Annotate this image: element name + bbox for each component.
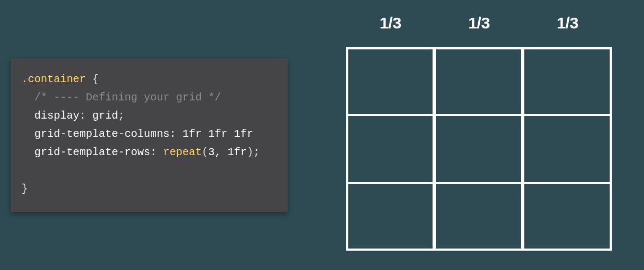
grid-cell — [346, 115, 435, 183]
grid-cell — [435, 47, 523, 115]
slide-wrap: .container { /* ---- Defining your grid … — [0, 0, 644, 270]
code-token: grid-template-columns — [21, 128, 170, 140]
code-token: ; — [118, 110, 125, 122]
grid-cell — [435, 183, 523, 251]
code-token: display — [21, 110, 79, 122]
code-token: : — [79, 110, 92, 122]
code-line: .container { — [21, 70, 277, 89]
code-token: .container — [21, 73, 86, 85]
code-token — [21, 164, 28, 177]
code-token: : — [150, 146, 163, 158]
grid-cell — [346, 47, 435, 115]
grid-visualization — [346, 47, 612, 251]
column-labels-row: 1/31/31/3 — [346, 14, 612, 32]
code-line — [21, 162, 277, 180]
code-token: repeat — [163, 146, 202, 158]
code-token: ( — [202, 146, 208, 158]
code-token: /* ---- Defining your grid */ — [21, 91, 221, 104]
column-label: 1/3 — [346, 14, 435, 32]
grid-diagram-wrap: 1/31/31/3 — [346, 14, 612, 257]
code-token: 1fr 1fr 1fr — [182, 128, 253, 140]
code-token: : — [170, 128, 182, 140]
code-token: 3, 1fr — [208, 146, 247, 158]
code-token: ); — [247, 146, 260, 158]
code-line: } — [21, 180, 277, 198]
code-line: grid-template-columns: 1fr 1fr 1fr — [21, 125, 277, 143]
code-line: /* ---- Defining your grid */ — [21, 89, 277, 107]
column-label: 1/3 — [523, 14, 612, 32]
grid-cell — [346, 183, 435, 251]
code-line: grid-template-rows: repeat(3, 1fr); — [21, 143, 277, 162]
code-token: } — [21, 183, 28, 195]
code-snippet: .container { /* ---- Defining your grid … — [11, 59, 288, 212]
code-token: grid-template-rows — [21, 146, 150, 158]
grid-cell — [523, 183, 612, 251]
grid-cell — [435, 115, 523, 183]
code-line: display: grid; — [21, 107, 277, 125]
code-token: grid — [92, 110, 118, 122]
column-label: 1/3 — [435, 14, 523, 32]
code-token: { — [86, 73, 99, 85]
grid-cell — [523, 115, 612, 183]
grid-cell — [523, 47, 612, 115]
